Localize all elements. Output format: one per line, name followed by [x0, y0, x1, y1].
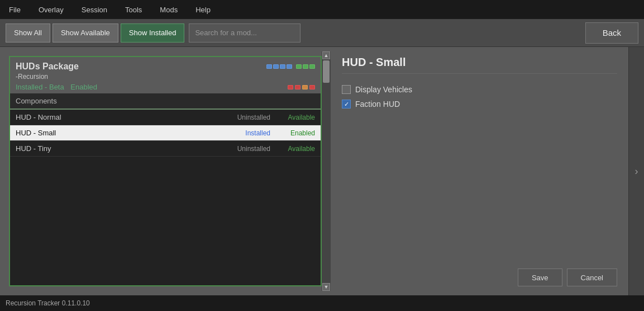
component-row-small[interactable]: HUD - Small Installed Enabled — [10, 125, 321, 141]
component-status2-tiny: Available — [270, 145, 315, 153]
left-panel: HUDs Package — [9, 56, 322, 286]
status-enabled: Enabled — [70, 83, 97, 91]
display-vehicles-checkbox[interactable] — [342, 85, 351, 94]
checkmark-icon: ✓ — [344, 101, 349, 108]
menu-session[interactable]: Session — [78, 3, 111, 16]
dot-r3 — [309, 85, 315, 89]
package-header: HUDs Package — [10, 57, 321, 93]
scroll-thumb[interactable] — [323, 60, 330, 83]
search-input[interactable] — [189, 23, 300, 43]
package-sub: -Recursion — [16, 73, 315, 81]
faction-hud-label: Faction HUD — [355, 100, 400, 109]
package-status-row: Installed - Beta Enabled — [16, 83, 315, 91]
package-title: HUDs Package — [16, 62, 79, 72]
show-available-button[interactable]: Show Available — [53, 23, 118, 43]
detail-actions: Save Cancel — [342, 263, 617, 286]
toolbar: Show All Show Available Show Installed B… — [0, 19, 644, 47]
components-header: Components — [10, 93, 321, 110]
component-status1-tiny: Uninstalled — [214, 145, 270, 153]
package-name-row: HUDs Package — [16, 62, 315, 72]
dot-7 — [309, 64, 315, 69]
main-content: HUDs Package — [0, 47, 644, 295]
dot-5 — [296, 64, 302, 69]
dot-r2 — [295, 85, 300, 89]
components-section: Components HUD - Normal Uninstalled Avai… — [10, 93, 321, 285]
right-panel: HUD - Small Display Vehicles ✓ Faction H… — [331, 47, 628, 295]
dot-4 — [287, 64, 292, 69]
status-installed-beta: Installed - Beta — [16, 83, 64, 91]
component-name-small: HUD - Small — [16, 129, 214, 137]
save-button[interactable]: Save — [518, 268, 562, 286]
components-list: HUD - Normal Uninstalled Available HUD -… — [10, 110, 321, 285]
menu-file[interactable]: File — [6, 3, 24, 16]
menu-tools[interactable]: Tools — [122, 3, 145, 16]
component-status2-normal: Available — [270, 114, 315, 121]
component-row-tiny[interactable]: HUD - Tiny Uninstalled Available — [10, 141, 321, 157]
right-chevron[interactable]: › — [628, 47, 644, 295]
version-dots — [266, 64, 315, 69]
display-vehicles-label: Display Vehicles — [355, 85, 412, 94]
display-vehicles-row[interactable]: Display Vehicles — [342, 85, 617, 94]
dot-o1 — [302, 85, 308, 89]
left-scrollbar[interactable]: ▲ ▼ — [322, 51, 331, 291]
dot-1 — [266, 64, 272, 69]
component-name-tiny: HUD - Tiny — [16, 144, 214, 153]
chevron-right-icon: › — [635, 166, 638, 177]
status-bar: Recursion Tracker 0.11.0.10 — [0, 295, 644, 311]
component-name-normal: HUD - Normal — [16, 113, 214, 121]
menu-mods[interactable]: Mods — [156, 3, 181, 16]
component-status1-normal: Uninstalled — [214, 114, 270, 121]
scroll-down-arrow[interactable]: ▼ — [322, 283, 330, 291]
status-dots — [288, 85, 315, 89]
menu-overlay[interactable]: Overlay — [35, 3, 67, 16]
component-status2-small: Enabled — [270, 129, 315, 137]
back-button[interactable]: Back — [585, 22, 638, 44]
component-status1-small: Installed — [214, 129, 270, 137]
show-all-button[interactable]: Show All — [6, 23, 50, 43]
show-installed-button[interactable]: Show Installed — [121, 23, 185, 43]
component-row-normal[interactable]: HUD - Normal Uninstalled Available — [10, 110, 321, 125]
scroll-up-arrow[interactable]: ▲ — [322, 51, 330, 59]
menu-help[interactable]: Help — [192, 3, 214, 16]
cancel-button[interactable]: Cancel — [567, 268, 617, 286]
dot-6 — [303, 64, 308, 69]
detail-title: HUD - Small — [342, 56, 617, 74]
faction-hud-row[interactable]: ✓ Faction HUD — [342, 100, 617, 109]
status-text: Recursion Tracker 0.11.0.10 — [6, 299, 90, 307]
dot-3 — [280, 64, 285, 69]
left-wrapper: HUDs Package — [4, 51, 331, 291]
status-row-left: Installed - Beta Enabled — [16, 83, 97, 91]
dot-r1 — [288, 85, 293, 89]
dot-2 — [273, 64, 279, 69]
faction-hud-checkbox[interactable]: ✓ — [342, 100, 351, 109]
menu-bar: File Overlay Session Tools Mods Help — [0, 0, 644, 19]
